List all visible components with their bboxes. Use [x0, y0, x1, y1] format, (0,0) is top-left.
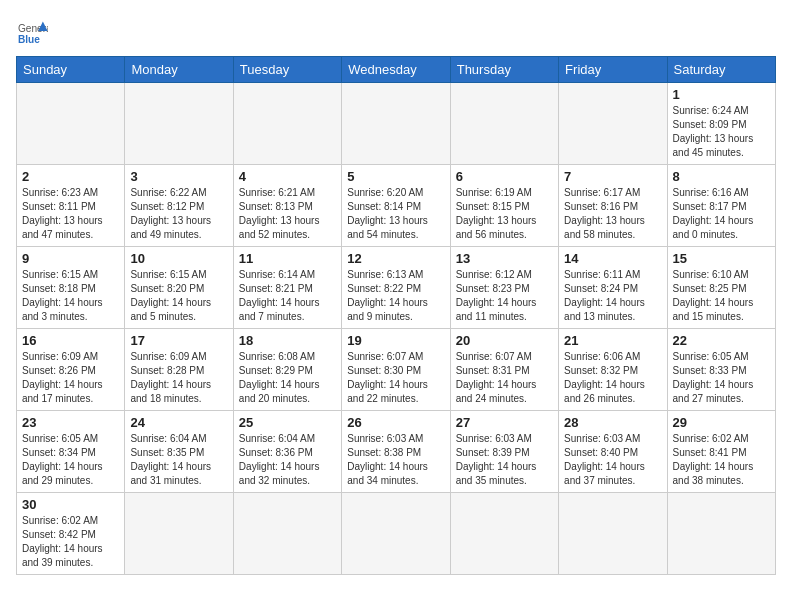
day-info: Sunrise: 6:13 AM Sunset: 8:22 PM Dayligh… — [347, 268, 444, 324]
calendar-cell: 17Sunrise: 6:09 AM Sunset: 8:28 PM Dayli… — [125, 329, 233, 411]
day-number: 22 — [673, 333, 770, 348]
calendar-week-4: 16Sunrise: 6:09 AM Sunset: 8:26 PM Dayli… — [17, 329, 776, 411]
day-info: Sunrise: 6:04 AM Sunset: 8:35 PM Dayligh… — [130, 432, 227, 488]
calendar-cell — [233, 83, 341, 165]
day-info: Sunrise: 6:19 AM Sunset: 8:15 PM Dayligh… — [456, 186, 553, 242]
calendar-cell: 9Sunrise: 6:15 AM Sunset: 8:18 PM Daylig… — [17, 247, 125, 329]
day-number: 10 — [130, 251, 227, 266]
day-number: 3 — [130, 169, 227, 184]
calendar-cell — [559, 493, 667, 575]
day-info: Sunrise: 6:03 AM Sunset: 8:38 PM Dayligh… — [347, 432, 444, 488]
day-info: Sunrise: 6:20 AM Sunset: 8:14 PM Dayligh… — [347, 186, 444, 242]
day-number: 26 — [347, 415, 444, 430]
svg-text:Blue: Blue — [18, 34, 40, 45]
day-info: Sunrise: 6:24 AM Sunset: 8:09 PM Dayligh… — [673, 104, 770, 160]
calendar-cell: 2Sunrise: 6:23 AM Sunset: 8:11 PM Daylig… — [17, 165, 125, 247]
day-number: 20 — [456, 333, 553, 348]
day-info: Sunrise: 6:11 AM Sunset: 8:24 PM Dayligh… — [564, 268, 661, 324]
day-number: 29 — [673, 415, 770, 430]
day-number: 9 — [22, 251, 119, 266]
calendar-cell — [233, 493, 341, 575]
day-number: 18 — [239, 333, 336, 348]
calendar-cell: 30Sunrise: 6:02 AM Sunset: 8:42 PM Dayli… — [17, 493, 125, 575]
calendar-week-1: 1Sunrise: 6:24 AM Sunset: 8:09 PM Daylig… — [17, 83, 776, 165]
day-number: 14 — [564, 251, 661, 266]
calendar-cell: 20Sunrise: 6:07 AM Sunset: 8:31 PM Dayli… — [450, 329, 558, 411]
col-header-sunday: Sunday — [17, 57, 125, 83]
day-number: 17 — [130, 333, 227, 348]
day-number: 13 — [456, 251, 553, 266]
calendar-cell — [450, 493, 558, 575]
day-info: Sunrise: 6:15 AM Sunset: 8:20 PM Dayligh… — [130, 268, 227, 324]
day-number: 12 — [347, 251, 444, 266]
calendar-cell: 27Sunrise: 6:03 AM Sunset: 8:39 PM Dayli… — [450, 411, 558, 493]
day-number: 4 — [239, 169, 336, 184]
calendar-cell: 12Sunrise: 6:13 AM Sunset: 8:22 PM Dayli… — [342, 247, 450, 329]
calendar-week-3: 9Sunrise: 6:15 AM Sunset: 8:18 PM Daylig… — [17, 247, 776, 329]
calendar-cell: 13Sunrise: 6:12 AM Sunset: 8:23 PM Dayli… — [450, 247, 558, 329]
day-info: Sunrise: 6:04 AM Sunset: 8:36 PM Dayligh… — [239, 432, 336, 488]
calendar-cell: 11Sunrise: 6:14 AM Sunset: 8:21 PM Dayli… — [233, 247, 341, 329]
calendar-cell — [125, 493, 233, 575]
logo: General Blue — [16, 20, 48, 48]
day-number: 27 — [456, 415, 553, 430]
day-info: Sunrise: 6:03 AM Sunset: 8:40 PM Dayligh… — [564, 432, 661, 488]
col-header-wednesday: Wednesday — [342, 57, 450, 83]
calendar-cell: 10Sunrise: 6:15 AM Sunset: 8:20 PM Dayli… — [125, 247, 233, 329]
day-number: 8 — [673, 169, 770, 184]
day-number: 5 — [347, 169, 444, 184]
calendar-cell — [125, 83, 233, 165]
day-number: 24 — [130, 415, 227, 430]
day-number: 6 — [456, 169, 553, 184]
calendar-cell: 5Sunrise: 6:20 AM Sunset: 8:14 PM Daylig… — [342, 165, 450, 247]
calendar-week-5: 23Sunrise: 6:05 AM Sunset: 8:34 PM Dayli… — [17, 411, 776, 493]
col-header-friday: Friday — [559, 57, 667, 83]
calendar-cell: 22Sunrise: 6:05 AM Sunset: 8:33 PM Dayli… — [667, 329, 775, 411]
col-header-monday: Monday — [125, 57, 233, 83]
day-info: Sunrise: 6:09 AM Sunset: 8:26 PM Dayligh… — [22, 350, 119, 406]
calendar-cell: 26Sunrise: 6:03 AM Sunset: 8:38 PM Dayli… — [342, 411, 450, 493]
day-info: Sunrise: 6:15 AM Sunset: 8:18 PM Dayligh… — [22, 268, 119, 324]
calendar-cell: 8Sunrise: 6:16 AM Sunset: 8:17 PM Daylig… — [667, 165, 775, 247]
calendar-cell — [17, 83, 125, 165]
calendar-week-2: 2Sunrise: 6:23 AM Sunset: 8:11 PM Daylig… — [17, 165, 776, 247]
calendar-cell: 3Sunrise: 6:22 AM Sunset: 8:12 PM Daylig… — [125, 165, 233, 247]
calendar-cell: 23Sunrise: 6:05 AM Sunset: 8:34 PM Dayli… — [17, 411, 125, 493]
logo-icon: General Blue — [16, 20, 48, 48]
day-info: Sunrise: 6:21 AM Sunset: 8:13 PM Dayligh… — [239, 186, 336, 242]
calendar-cell — [559, 83, 667, 165]
day-info: Sunrise: 6:23 AM Sunset: 8:11 PM Dayligh… — [22, 186, 119, 242]
calendar-cell: 14Sunrise: 6:11 AM Sunset: 8:24 PM Dayli… — [559, 247, 667, 329]
day-info: Sunrise: 6:02 AM Sunset: 8:42 PM Dayligh… — [22, 514, 119, 570]
calendar-cell: 28Sunrise: 6:03 AM Sunset: 8:40 PM Dayli… — [559, 411, 667, 493]
calendar-cell: 21Sunrise: 6:06 AM Sunset: 8:32 PM Dayli… — [559, 329, 667, 411]
calendar-cell: 15Sunrise: 6:10 AM Sunset: 8:25 PM Dayli… — [667, 247, 775, 329]
calendar-cell: 4Sunrise: 6:21 AM Sunset: 8:13 PM Daylig… — [233, 165, 341, 247]
day-info: Sunrise: 6:07 AM Sunset: 8:31 PM Dayligh… — [456, 350, 553, 406]
calendar-week-6: 30Sunrise: 6:02 AM Sunset: 8:42 PM Dayli… — [17, 493, 776, 575]
calendar-cell — [342, 83, 450, 165]
col-header-tuesday: Tuesday — [233, 57, 341, 83]
calendar-table: SundayMondayTuesdayWednesdayThursdayFrid… — [16, 56, 776, 575]
day-number: 28 — [564, 415, 661, 430]
calendar-cell — [450, 83, 558, 165]
day-info: Sunrise: 6:22 AM Sunset: 8:12 PM Dayligh… — [130, 186, 227, 242]
day-info: Sunrise: 6:10 AM Sunset: 8:25 PM Dayligh… — [673, 268, 770, 324]
day-info: Sunrise: 6:06 AM Sunset: 8:32 PM Dayligh… — [564, 350, 661, 406]
day-info: Sunrise: 6:09 AM Sunset: 8:28 PM Dayligh… — [130, 350, 227, 406]
day-info: Sunrise: 6:02 AM Sunset: 8:41 PM Dayligh… — [673, 432, 770, 488]
day-info: Sunrise: 6:14 AM Sunset: 8:21 PM Dayligh… — [239, 268, 336, 324]
calendar-cell: 7Sunrise: 6:17 AM Sunset: 8:16 PM Daylig… — [559, 165, 667, 247]
col-header-thursday: Thursday — [450, 57, 558, 83]
day-number: 11 — [239, 251, 336, 266]
calendar-cell: 1Sunrise: 6:24 AM Sunset: 8:09 PM Daylig… — [667, 83, 775, 165]
day-info: Sunrise: 6:03 AM Sunset: 8:39 PM Dayligh… — [456, 432, 553, 488]
day-number: 16 — [22, 333, 119, 348]
day-number: 7 — [564, 169, 661, 184]
calendar-cell: 6Sunrise: 6:19 AM Sunset: 8:15 PM Daylig… — [450, 165, 558, 247]
day-info: Sunrise: 6:17 AM Sunset: 8:16 PM Dayligh… — [564, 186, 661, 242]
calendar-cell: 24Sunrise: 6:04 AM Sunset: 8:35 PM Dayli… — [125, 411, 233, 493]
calendar-cell: 25Sunrise: 6:04 AM Sunset: 8:36 PM Dayli… — [233, 411, 341, 493]
calendar-cell — [667, 493, 775, 575]
page-header: General Blue — [16, 16, 776, 48]
